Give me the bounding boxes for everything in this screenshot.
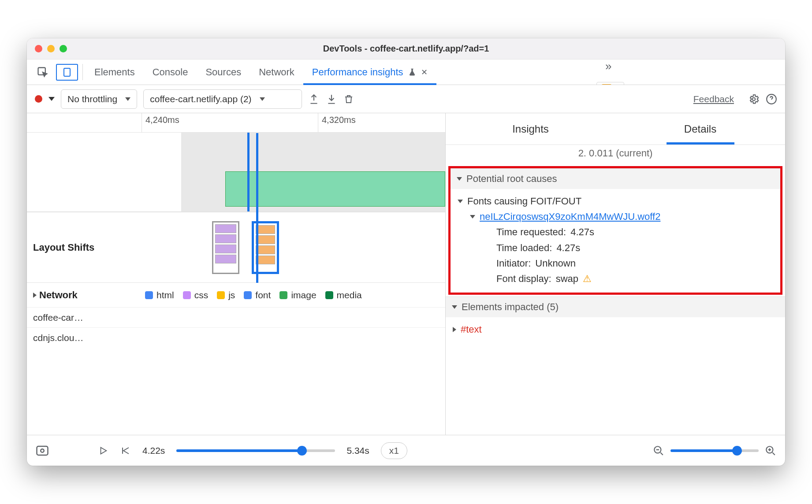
tab-close-icon[interactable]: ✕: [421, 67, 428, 77]
help-icon[interactable]: [766, 93, 777, 105]
layout-shift-thumb[interactable]: [212, 221, 239, 274]
font-file-link[interactable]: neILzCirqoswsqX9zoKmM4MwWJU.woff2: [480, 209, 660, 224]
details-panel: Insights Details 2. 0.011 (current) Pote…: [446, 113, 785, 435]
rewind-to-start-icon[interactable]: [119, 445, 131, 456]
svg-rect-1: [64, 68, 70, 76]
play-icon[interactable]: [98, 445, 108, 456]
details-content: 2. 0.011 (current) Potential root causes…: [446, 145, 785, 435]
device-toolbar-icon[interactable]: [56, 64, 78, 81]
section-root-causes[interactable]: Potential root causes: [451, 169, 780, 189]
record-button[interactable]: [35, 95, 42, 103]
highlight-box: Potential root causes Fonts causing FOIT…: [448, 166, 782, 295]
zoom-out-icon[interactable]: [653, 445, 664, 456]
tab-performance-insights[interactable]: Performance insights ✕: [303, 59, 436, 85]
network-list: coffee-car… cdnjs.clou…: [27, 307, 445, 348]
more-tabs-icon[interactable]: »: [597, 59, 620, 73]
issues-count: 1: [615, 85, 619, 85]
zoom-slider[interactable]: [670, 449, 759, 452]
tab-console[interactable]: Console: [144, 59, 197, 85]
playback-speed[interactable]: x1: [381, 442, 407, 459]
devtools-window: DevTools - coffee-cart.netlify.app/?ad=1…: [27, 38, 785, 466]
warning-icon: ⚠: [583, 271, 592, 286]
throttling-value: No throttling: [67, 94, 117, 104]
upload-icon[interactable]: [308, 93, 320, 105]
tab-label: Performance insights: [312, 67, 403, 78]
issues-badge[interactable]: ! 1: [596, 82, 624, 85]
font-display-row: Font display: swap ⚠: [458, 271, 773, 286]
playback-start-time: 4.22s: [142, 445, 165, 456]
disclosure-icon: [33, 293, 37, 298]
svg-point-5: [752, 97, 756, 100]
download-icon[interactable]: [326, 93, 337, 105]
initiator-row: Initiator: Unknown: [458, 256, 773, 271]
layout-shifts-row: Layout Shifts: [27, 212, 445, 282]
playback-end-time: 5.34s: [346, 445, 369, 456]
playback-slider[interactable]: [176, 449, 335, 452]
svg-rect-7: [37, 446, 48, 455]
warning-icon: !: [601, 84, 612, 85]
current-item-label: 2. 0.011 (current): [446, 145, 785, 164]
details-tabs: Insights Details: [446, 113, 785, 145]
devtools-tabbar: Elements Console Sources Network Perform…: [27, 59, 785, 85]
disclosure-open-icon: [458, 200, 463, 203]
network-legend: html css js font image media: [142, 283, 445, 307]
zoom-in-icon[interactable]: [765, 445, 776, 456]
record-menu-caret[interactable]: [48, 97, 55, 101]
delete-icon[interactable]: [343, 93, 354, 105]
impacted-element-row[interactable]: #text: [453, 322, 778, 337]
tab-sources[interactable]: Sources: [197, 59, 250, 85]
page-select[interactable]: coffee-cart.netlify.app (2): [143, 89, 302, 109]
playback-bar: 4.22s 5.34s x1: [27, 435, 785, 466]
row-label: Layout Shifts: [27, 212, 142, 282]
font-file-row[interactable]: neILzCirqoswsqX9zoKmM4MwWJU.woff2: [458, 209, 773, 224]
perf-toolbar: No throttling coffee-cart.netlify.app (2…: [27, 85, 785, 113]
titlebar: DevTools - coffee-cart.netlify.app/?ad=1: [27, 38, 785, 59]
inspect-element-icon[interactable]: [31, 59, 54, 85]
tab-elements[interactable]: Elements: [86, 59, 144, 85]
network-row-item[interactable]: cdnjs.clou…: [27, 327, 445, 348]
divider: [82, 64, 83, 80]
preview-toggle-icon[interactable]: [36, 445, 49, 456]
panel-settings-icon[interactable]: [748, 93, 760, 105]
main-content: 4,240ms 4,320ms Layout Shifts: [27, 113, 785, 435]
network-row-item[interactable]: coffee-car…: [27, 307, 445, 327]
feedback-link[interactable]: Feedback: [693, 94, 734, 104]
ruler-tick: 4,320ms: [318, 113, 356, 132]
page-select-value: coffee-cart.netlify.app (2): [150, 94, 251, 104]
section-elements-impacted[interactable]: Elements impacted (5): [446, 297, 785, 317]
throttling-select[interactable]: No throttling: [61, 89, 137, 109]
svg-point-8: [41, 449, 44, 452]
disclosure-open-icon: [457, 177, 462, 181]
fonts-foit-fout-row[interactable]: Fonts causing FOIT/FOUT: [458, 193, 773, 209]
time-requested-row: Time requested: 4.27s: [458, 224, 773, 240]
experiment-icon: [408, 67, 417, 77]
disclosure-open-icon: [470, 215, 475, 219]
chevron-down-icon: [260, 97, 265, 101]
disclosure-open-icon: [452, 305, 457, 309]
window-title: DevTools - coffee-cart.netlify.app/?ad=1: [27, 44, 785, 54]
disclosure-icon: [453, 327, 456, 332]
tab-details[interactable]: Details: [615, 113, 785, 145]
filmstrip-row[interactable]: [27, 133, 445, 212]
playhead[interactable]: [247, 133, 250, 211]
time-ruler[interactable]: 4,240ms 4,320ms: [27, 113, 445, 133]
timeline-panel: 4,240ms 4,320ms Layout Shifts: [27, 113, 446, 435]
time-loaded-row: Time loaded: 4.27s: [458, 240, 773, 256]
network-legend-row: Network html css js font image media: [27, 282, 445, 307]
tab-network[interactable]: Network: [250, 59, 303, 85]
chevron-down-icon: [125, 97, 130, 101]
row-label[interactable]: Network: [27, 283, 142, 307]
tab-insights[interactable]: Insights: [446, 113, 615, 145]
ruler-tick: 4,240ms: [142, 113, 179, 132]
